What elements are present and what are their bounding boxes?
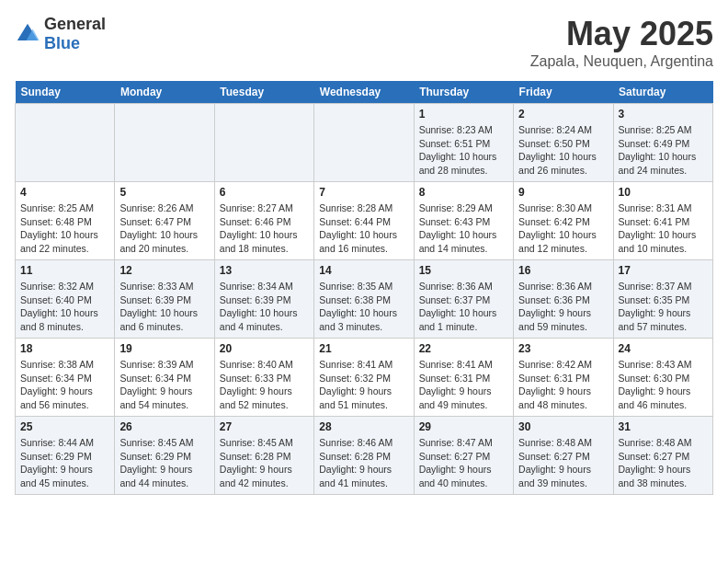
day-number: 14 (319, 264, 408, 277)
day-number: 2 (518, 108, 608, 121)
calendar-cell: 8Sunrise: 8:29 AM Sunset: 6:43 PM Daylig… (414, 182, 513, 260)
day-number: 4 (20, 186, 109, 199)
week-row-1: 1Sunrise: 8:23 AM Sunset: 6:51 PM Daylig… (16, 104, 713, 182)
week-row-5: 25Sunrise: 8:44 AM Sunset: 6:29 PM Dayli… (16, 417, 713, 495)
day-number: 23 (518, 342, 608, 355)
day-number: 10 (619, 186, 708, 199)
day-info: Sunrise: 8:47 AM Sunset: 6:27 PM Dayligh… (419, 436, 508, 490)
day-number: 13 (220, 264, 309, 277)
logo: General Blue (15, 15, 106, 53)
day-number: 19 (119, 342, 209, 355)
calendar-cell (115, 104, 214, 182)
calendar-cell: 3Sunrise: 8:25 AM Sunset: 6:49 PM Daylig… (613, 104, 712, 182)
day-info: Sunrise: 8:24 AM Sunset: 6:50 PM Dayligh… (518, 123, 608, 178)
day-number: 7 (319, 186, 408, 199)
day-info: Sunrise: 8:35 AM Sunset: 6:38 PM Dayligh… (319, 280, 408, 334)
calendar-cell: 10Sunrise: 8:31 AM Sunset: 6:41 PM Dayli… (613, 182, 712, 260)
calendar-cell: 19Sunrise: 8:39 AM Sunset: 6:34 PM Dayli… (115, 339, 214, 417)
weekday-header-saturday: Saturday (613, 81, 712, 104)
calendar-cell: 15Sunrise: 8:36 AM Sunset: 6:37 PM Dayli… (414, 260, 513, 339)
day-number: 31 (619, 420, 708, 433)
calendar-cell: 26Sunrise: 8:45 AM Sunset: 6:29 PM Dayli… (115, 417, 214, 495)
calendar-cell: 30Sunrise: 8:48 AM Sunset: 6:27 PM Dayli… (514, 417, 613, 495)
calendar-cell: 18Sunrise: 8:38 AM Sunset: 6:34 PM Dayli… (16, 339, 115, 417)
calendar-cell: 14Sunrise: 8:35 AM Sunset: 6:38 PM Dayli… (314, 260, 414, 339)
day-info: Sunrise: 8:36 AM Sunset: 6:37 PM Dayligh… (419, 280, 508, 334)
day-info: Sunrise: 8:48 AM Sunset: 6:27 PM Dayligh… (518, 436, 608, 490)
calendar-cell (214, 104, 313, 182)
calendar-cell: 28Sunrise: 8:46 AM Sunset: 6:28 PM Dayli… (314, 417, 414, 495)
logo-icon (15, 21, 40, 47)
location: Zapala, Neuquen, Argentina (530, 53, 713, 70)
day-number: 18 (20, 342, 109, 355)
calendar-cell: 2Sunrise: 8:24 AM Sunset: 6:50 PM Daylig… (514, 104, 613, 182)
calendar-cell: 1Sunrise: 8:23 AM Sunset: 6:51 PM Daylig… (414, 104, 513, 182)
day-number: 21 (319, 342, 408, 355)
day-number: 30 (518, 420, 608, 433)
day-info: Sunrise: 8:26 AM Sunset: 6:47 PM Dayligh… (119, 201, 209, 256)
day-info: Sunrise: 8:45 AM Sunset: 6:28 PM Dayligh… (220, 436, 309, 490)
day-info: Sunrise: 8:44 AM Sunset: 6:29 PM Dayligh… (20, 436, 109, 490)
calendar-cell: 25Sunrise: 8:44 AM Sunset: 6:29 PM Dayli… (16, 417, 115, 495)
calendar-cell: 12Sunrise: 8:33 AM Sunset: 6:39 PM Dayli… (115, 260, 214, 339)
title-area: May 2025 Zapala, Neuquen, Argentina (530, 15, 713, 70)
week-row-2: 4Sunrise: 8:25 AM Sunset: 6:48 PM Daylig… (16, 182, 713, 260)
day-number: 20 (220, 342, 309, 355)
day-number: 17 (619, 264, 708, 277)
weekday-header-friday: Friday (514, 81, 613, 104)
calendar-cell: 29Sunrise: 8:47 AM Sunset: 6:27 PM Dayli… (414, 417, 513, 495)
logo-blue: Blue (44, 34, 106, 53)
page-header: General Blue May 2025 Zapala, Neuquen, A… (15, 15, 713, 70)
day-number: 27 (220, 420, 309, 433)
day-info: Sunrise: 8:48 AM Sunset: 6:27 PM Dayligh… (619, 436, 708, 490)
day-number: 28 (319, 420, 408, 433)
day-info: Sunrise: 8:41 AM Sunset: 6:31 PM Dayligh… (419, 358, 508, 412)
day-info: Sunrise: 8:32 AM Sunset: 6:40 PM Dayligh… (20, 280, 109, 334)
day-number: 16 (518, 264, 608, 277)
weekday-header-sunday: Sunday (16, 81, 115, 104)
day-number: 5 (119, 186, 209, 199)
day-info: Sunrise: 8:36 AM Sunset: 6:36 PM Dayligh… (518, 280, 608, 334)
day-info: Sunrise: 8:31 AM Sunset: 6:41 PM Dayligh… (619, 201, 708, 256)
day-number: 8 (419, 186, 508, 199)
calendar-cell: 16Sunrise: 8:36 AM Sunset: 6:36 PM Dayli… (514, 260, 613, 339)
calendar-cell: 7Sunrise: 8:28 AM Sunset: 6:44 PM Daylig… (314, 182, 414, 260)
logo-general: General (44, 15, 106, 34)
day-info: Sunrise: 8:46 AM Sunset: 6:28 PM Dayligh… (319, 436, 408, 490)
weekday-header-wednesday: Wednesday (314, 81, 414, 104)
calendar-cell: 17Sunrise: 8:37 AM Sunset: 6:35 PM Dayli… (613, 260, 712, 339)
calendar-cell: 5Sunrise: 8:26 AM Sunset: 6:47 PM Daylig… (115, 182, 214, 260)
day-info: Sunrise: 8:25 AM Sunset: 6:48 PM Dayligh… (20, 201, 109, 256)
day-number: 15 (419, 264, 508, 277)
calendar-cell: 9Sunrise: 8:30 AM Sunset: 6:42 PM Daylig… (514, 182, 613, 260)
calendar-cell: 24Sunrise: 8:43 AM Sunset: 6:30 PM Dayli… (613, 339, 712, 417)
calendar-cell: 27Sunrise: 8:45 AM Sunset: 6:28 PM Dayli… (214, 417, 313, 495)
day-info: Sunrise: 8:28 AM Sunset: 6:44 PM Dayligh… (319, 201, 408, 256)
day-info: Sunrise: 8:43 AM Sunset: 6:30 PM Dayligh… (619, 358, 708, 412)
day-number: 9 (518, 186, 608, 199)
day-number: 1 (419, 108, 508, 121)
day-info: Sunrise: 8:41 AM Sunset: 6:32 PM Dayligh… (319, 358, 408, 412)
day-number: 6 (220, 186, 309, 199)
weekday-header-tuesday: Tuesday (214, 81, 313, 104)
calendar-cell: 31Sunrise: 8:48 AM Sunset: 6:27 PM Dayli… (613, 417, 712, 495)
day-info: Sunrise: 8:33 AM Sunset: 6:39 PM Dayligh… (119, 280, 209, 334)
day-number: 29 (419, 420, 508, 433)
day-info: Sunrise: 8:27 AM Sunset: 6:46 PM Dayligh… (220, 201, 309, 256)
calendar-cell: 21Sunrise: 8:41 AM Sunset: 6:32 PM Dayli… (314, 339, 414, 417)
calendar-cell: 20Sunrise: 8:40 AM Sunset: 6:33 PM Dayli… (214, 339, 313, 417)
weekday-header-monday: Monday (115, 81, 214, 104)
logo-text: General Blue (44, 15, 106, 53)
calendar-table: SundayMondayTuesdayWednesdayThursdayFrid… (15, 81, 713, 495)
day-number: 12 (119, 264, 209, 277)
calendar-cell: 22Sunrise: 8:41 AM Sunset: 6:31 PM Dayli… (414, 339, 513, 417)
day-number: 22 (419, 342, 508, 355)
calendar-cell (314, 104, 414, 182)
day-number: 25 (20, 420, 109, 433)
day-info: Sunrise: 8:29 AM Sunset: 6:43 PM Dayligh… (419, 201, 508, 256)
day-number: 26 (119, 420, 209, 433)
week-row-4: 18Sunrise: 8:38 AM Sunset: 6:34 PM Dayli… (16, 339, 713, 417)
day-info: Sunrise: 8:38 AM Sunset: 6:34 PM Dayligh… (20, 358, 109, 412)
day-info: Sunrise: 8:30 AM Sunset: 6:42 PM Dayligh… (518, 201, 608, 256)
day-info: Sunrise: 8:45 AM Sunset: 6:29 PM Dayligh… (119, 436, 209, 490)
